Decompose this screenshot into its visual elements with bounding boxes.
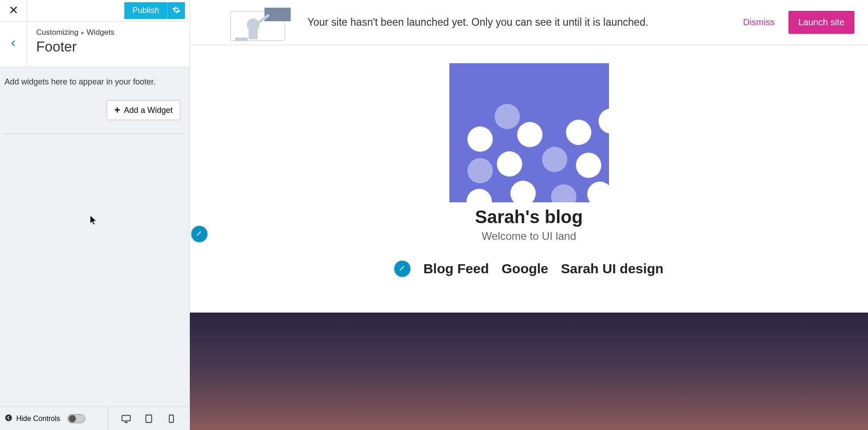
site-nav: Blog Feed Google Sarah UI design [190,261,868,277]
close-button[interactable] [0,0,27,22]
svg-rect-8 [235,37,248,41]
panel-description: Add widgets here to appear in your foote… [5,77,185,87]
add-widget-label: Add a Widget [124,106,173,115]
publish-settings-button[interactable] [168,2,185,19]
site-title: Sarah's blog [190,207,868,227]
edit-menu-shortcut[interactable] [394,261,410,277]
panel-header: Customizing ▸ Widgets Footer [0,22,189,67]
publish-group: Publish [124,2,185,19]
tablet-preview-button[interactable] [144,414,154,424]
dismiss-button[interactable]: Dismiss [743,17,775,28]
launch-banner: Your site hasn't been launched yet. Only… [190,0,868,45]
svg-rect-7 [249,28,258,39]
breadcrumb-section: Widgets [87,28,114,37]
divider [5,134,185,134]
hero-image [190,313,868,430]
launch-site-button[interactable]: Launch site [788,11,854,34]
banner-illustration [226,2,298,43]
banner-message: Your site hasn't been launched yet. Only… [307,16,648,28]
breadcrumb: Customizing ▸ Widgets [36,28,114,37]
site-header: Sarah's blog Welcome to UI land Blog Fee… [190,45,868,290]
customizer-sidebar: Publish Customizing ▸ Widgets Footer Add… [0,0,190,430]
close-icon [9,5,18,16]
pencil-icon [196,229,203,238]
chevron-right-icon: ▸ [81,29,84,36]
tablet-icon [144,414,154,424]
mobile-icon [166,414,176,424]
hide-controls-button[interactable]: Hide Controls [0,414,90,424]
preview-pane: Your site hasn't been launched yet. Only… [190,0,868,430]
hide-controls-label: Hide Controls [16,415,60,423]
scheme-toggle[interactable] [67,414,85,423]
svg-rect-2 [146,415,152,422]
pencil-icon [399,264,406,273]
edit-site-identity-shortcut[interactable] [191,226,208,242]
gear-icon [172,6,180,15]
nav-link-google[interactable]: Google [501,261,548,276]
svg-rect-3 [169,415,173,422]
svg-point-0 [5,414,12,421]
desktop-preview-button[interactable] [121,414,131,424]
chevron-left-icon [9,39,18,49]
header-text: Customizing ▸ Widgets Footer [27,22,123,61]
back-button[interactable] [0,22,27,67]
desktop-icon [121,414,131,424]
svg-rect-1 [122,415,130,421]
sidebar-top-bar: Publish [0,0,189,22]
panel-body: Add widgets here to appear in your foote… [0,67,189,144]
mobile-preview-button[interactable] [166,414,176,424]
plus-icon: + [114,105,120,115]
site-logo[interactable] [449,63,609,202]
site-tagline: Welcome to UI land [190,230,868,243]
collapse-left-icon [5,414,13,424]
nav-link-sarah-ui-design[interactable]: Sarah UI design [561,261,664,276]
mouse-cursor [90,216,97,225]
device-preview-group [108,407,176,430]
panel-title: Footer [36,39,114,55]
breadcrumb-root: Customizing [36,28,79,37]
nav-link-blog-feed[interactable]: Blog Feed [423,261,489,276]
sidebar-footer: Hide Controls [0,407,190,430]
publish-button[interactable]: Publish [124,2,168,19]
add-widget-button[interactable]: + Add a Widget [107,100,180,120]
